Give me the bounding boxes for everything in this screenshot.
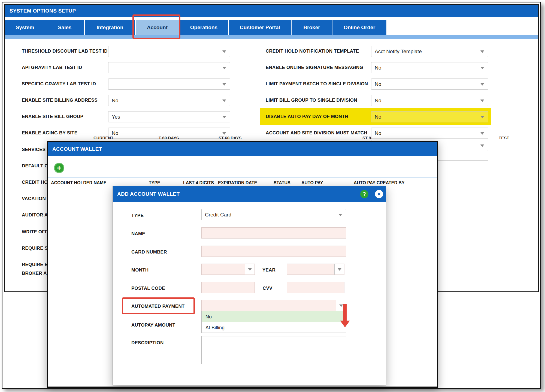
chevron-down-icon [222,50,226,53]
tab-underline-strip [5,35,538,39]
red-annotation-arrow [343,304,347,321]
clipped-label: BROKER AC [22,271,48,276]
clipped-label: VACATION [22,196,48,201]
limit-payment-batch-to-single-division-dropdown[interactable]: No [371,79,488,90]
chevron-down-icon [480,99,484,102]
enable-site-bill-group-dropdown[interactable]: Yes [108,111,230,122]
dropdown-value: No [375,130,381,136]
clipped-column-fragment: CURRENT [93,135,113,140]
tab-operations[interactable]: Operations [179,20,228,35]
column-header-expiration-date: EXPIRATION DATE [218,180,257,185]
field-label-enable-online-signature-messaging: ENABLE ONLINE SIGNATURE MESSAGING [266,65,363,70]
field-label-account-and-site-division-must-match: ACCOUNT AND SITE DIVISION MUST MATCH [266,130,367,136]
dropdown-value: No [375,65,381,71]
field-label-cvv: CVV [263,286,272,291]
field-label-postal-code: POSTAL CODE [131,286,165,291]
wallet-titlebar: ACCOUNT WALLET [48,142,437,156]
disable-auto-pay-day-of-month-dropdown[interactable]: No [371,111,488,122]
clipped-label: SERVICES C [22,147,48,152]
field-label-name: NAME [131,231,145,237]
dropdown-value: Yes [112,114,120,120]
clipped-column-fragment: ST 60 DAYS [219,135,242,140]
cvv-input[interactable] [287,282,344,293]
field-label-enable-aging-by-site: ENABLE AGING BY SITE [22,130,77,136]
year-dropdown[interactable] [287,264,344,275]
chevron-down-icon [480,67,484,69]
column-header-account-holder-name: ACCOUNT HOLDER NAME [51,180,107,185]
automated-payment-dropdown[interactable] [201,300,346,311]
chevron-down-icon [480,116,484,118]
field-label-threshold-discount-lab-test-id: THRESHOLD DISCOUNT LAB TEST ID [22,49,108,54]
chevron-down-icon [480,144,484,147]
chevron-down-icon [339,304,343,307]
threshold-discount-lab-test-id-dropdown[interactable] [108,46,230,57]
tab-sales[interactable]: Sales [45,20,84,35]
card-number-input[interactable] [201,246,346,257]
chevron-down-icon [222,67,226,69]
month-dropdown[interactable] [201,264,255,275]
option-at-billing[interactable]: At Billing [202,322,346,333]
tab-broker[interactable]: Broker [292,20,332,35]
field-label-card-number: CARD NUMBER [131,249,167,255]
add-wallet-button[interactable]: + [54,163,64,173]
credit-hold-notification-template-dropdown[interactable]: Acct Notify Template [371,46,488,57]
api-gravity-lab-test-id-dropdown[interactable] [108,62,230,73]
tab-integration[interactable]: Integration [85,20,135,35]
red-annotation-box-automated-payment [122,297,195,314]
column-header-status: STATUS [274,180,290,185]
automated-payment-options: No At Billing [201,311,346,333]
field-label-enable-site-billing-address: ENABLE SITE BILLING ADDRESS [22,98,98,103]
clipped-label: REQUIRE S [22,246,48,251]
field-label-year: YEAR [262,267,275,273]
chevron-down-icon [222,99,226,102]
dropdown-value: No [375,98,381,104]
modal-titlebar: ADD ACCOUNT WALLET [113,186,386,202]
postal-code-input[interactable] [201,282,255,293]
type-dropdown[interactable]: Credit Card [201,209,346,220]
account-and-site-division-must-match-dropdown[interactable]: No [371,128,488,139]
field-label-disable-auto-pay-day-of-month: DISABLE AUTO PAY DAY OF MONTH [266,114,348,119]
field-label-autopay-amount: AUTOPAY AMOUNT [131,322,175,328]
help-button[interactable]: ? [360,190,368,198]
close-icon: ✕ [377,191,381,197]
enable-site-billing-address-dropdown[interactable]: No [108,95,230,106]
tab-customer-portal[interactable]: Customer Portal [229,20,291,35]
chevron-down-icon [480,132,484,135]
dropdown-value: No [375,81,381,87]
field-label-api-gravity-lab-test-id: API GRAVITY LAB TEST ID [22,65,82,70]
description-textarea[interactable] [201,336,346,364]
modal-title: ADD ACCOUNT WALLET [117,191,180,197]
clipped-column-fragment: T 60 DAYS [159,135,179,140]
chevron-down-icon [222,132,226,135]
column-header-type: TYPE [149,180,160,185]
wallet-title: ACCOUNT WALLET [52,146,102,152]
tab-bar: System Sales Integration Account Operati… [5,20,386,35]
field-label-type: TYPE [131,213,144,218]
enable-online-signature-messaging-dropdown[interactable]: No [371,62,488,73]
window-titlebar: SYSTEM OPTIONS SETUP [5,5,538,17]
option-no[interactable]: No [202,311,346,322]
close-button[interactable]: ✕ [375,190,383,198]
dropdown-value: No [375,114,381,120]
dropdown-arrow-zone [334,264,344,275]
name-input[interactable] [201,227,346,239]
dropdown-value: Acct Notify Template [375,49,422,55]
help-icon: ? [363,191,366,197]
tab-system[interactable]: System [5,20,45,35]
field-label-month: MONTH [131,267,149,273]
clipped-column-fragment: TEST [499,135,509,140]
dropdown-value: No [112,98,118,104]
field-label-limit-payment-batch-to-single-division: LIMIT PAYMENT BATCH TO SINGLE DIVISION [266,81,368,87]
dropdown-value: Credit Card [205,212,231,218]
limit-bill-group-to-single-division-dropdown[interactable]: No [371,95,488,106]
window-title: SYSTEM OPTIONS SETUP [10,8,76,14]
chevron-down-icon [338,268,341,271]
tab-online-order[interactable]: Online Order [332,20,386,35]
divider [48,177,437,178]
clipped-label: REQUIRE B [22,262,48,267]
clipped-label: WRITE OFF [22,229,48,235]
screenshot-root: SYSTEM OPTIONS SETUP System Sales Integr… [0,0,545,392]
column-header-auto-pay-created-by: AUTO PAY CREATED BY [354,180,405,185]
specific-gravity-lab-test-id-dropdown[interactable] [108,79,230,90]
red-annotation-box-account-tab [132,14,180,39]
